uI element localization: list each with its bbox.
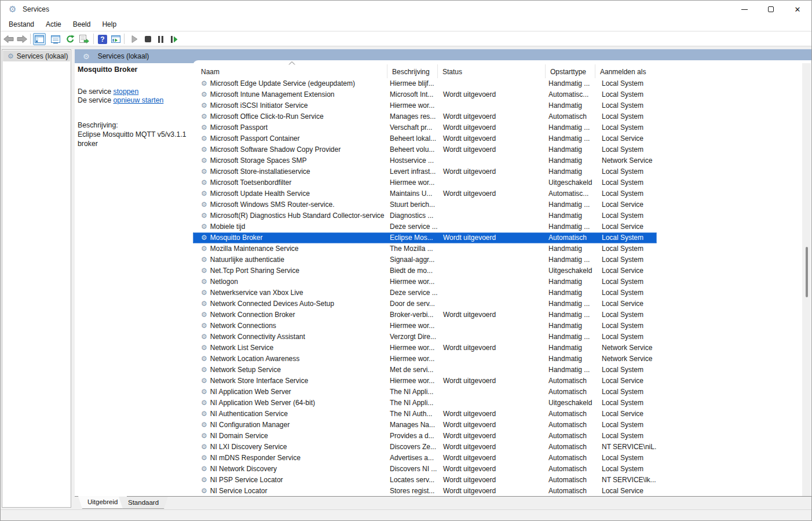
cell-status: Wordt uitgevoerd xyxy=(438,453,546,464)
table-row-ni-authentication-service[interactable]: ⚙NI Authentication ServiceThe NI Auth...… xyxy=(193,409,657,420)
tab-standaard[interactable]: Standaard xyxy=(119,497,168,509)
cell-startup-type: Handmatig ... xyxy=(546,133,595,144)
table-row-ni-application-web-server-64-bit[interactable]: ⚙NI Application Web Server (64-bit)The N… xyxy=(193,398,657,409)
cell-status: Wordt uitgevoerd xyxy=(438,409,546,420)
cell-startup-type: Handmatig xyxy=(546,354,595,365)
scrollbar-thumb[interactable] xyxy=(806,247,808,297)
table-row-microsoft-toetsenbordfilter[interactable]: ⚙Microsoft ToetsenbordfilterHiermee wor.… xyxy=(193,177,657,188)
table-row-net-tcp-port-sharing-service[interactable]: ⚙Net.Tcp Port Sharing ServiceBiedt de mo… xyxy=(193,265,657,276)
cell-startup-type: Handmatig ... xyxy=(546,78,595,89)
table-row-netwerkservice-van-xbox-live[interactable]: ⚙Netwerkservice van Xbox LiveDeze servic… xyxy=(193,287,657,298)
table-row-ni-lxi-discovery-service[interactable]: ⚙NI LXI Discovery ServiceDiscovers Ze...… xyxy=(193,442,657,453)
table-row-microsoft-storage-spaces-smp[interactable]: ⚙Microsoft Storage Spaces SMPHostservice… xyxy=(193,155,657,166)
help-icon[interactable]: ? xyxy=(96,33,109,45)
table-row-netlogon[interactable]: ⚙NetlogonHiermee wor...HandmatigLocal Sy… xyxy=(193,276,657,287)
cell-description: Hostservice ... xyxy=(387,155,438,166)
cell-description: Hiermee blijf... xyxy=(387,78,438,89)
cell-name: ⚙Microsoft Edge Update Service (edgeupda… xyxy=(196,78,387,89)
cell-logon-as: Local Service xyxy=(595,298,657,309)
stop-service-link[interactable]: stoppen xyxy=(114,88,139,96)
cell-status xyxy=(438,387,546,398)
table-row-microsoft-r-diagnostics-hub-standard-collector-service[interactable]: ⚙Microsoft(R) Diagnostics Hub Standard C… xyxy=(193,210,657,221)
maximize-icon xyxy=(768,6,774,12)
column-header-opstarttype[interactable]: Opstarttype xyxy=(546,64,595,78)
cell-description: Hiermee wor... xyxy=(387,177,438,188)
stop-service-icon[interactable] xyxy=(141,33,154,45)
properties-icon[interactable] xyxy=(49,33,62,45)
cell-status xyxy=(438,254,546,265)
table-row-ni-service-locator[interactable]: ⚙NI Service LocatorStores regist...Wordt… xyxy=(193,486,657,497)
menu-beeld[interactable]: Beeld xyxy=(67,19,97,30)
table-row-network-list-service[interactable]: ⚙Network List ServiceHiermee wor...Wordt… xyxy=(193,343,657,354)
start-service-icon[interactable] xyxy=(128,33,141,45)
table-row-network-connected-devices-auto-setup[interactable]: ⚙Network Connected Devices Auto-SetupDoo… xyxy=(193,298,657,309)
show-action-pane-icon[interactable] xyxy=(109,33,122,45)
table-row-microsoft-software-shadow-copy-provider[interactable]: ⚙Microsoft Software Shadow Copy Provider… xyxy=(193,144,657,155)
table-row-microsoft-passport-container[interactable]: ⚙Microsoft Passport ContainerBeheert lok… xyxy=(193,133,657,144)
show-console-tree-icon[interactable] xyxy=(33,33,46,45)
forward-icon[interactable] xyxy=(16,33,28,45)
cell-startup-type: Automatisc... xyxy=(546,89,595,100)
cell-startup-type: Handmatig ... xyxy=(546,331,595,343)
cell-name: ⚙Network Connections xyxy=(196,320,387,331)
table-row-ni-network-discovery[interactable]: ⚙NI Network DiscoveryDiscovers NI ...Wor… xyxy=(193,464,657,475)
cell-name: ⚙Mobiele tijd xyxy=(196,221,387,232)
table-row-ni-application-web-server[interactable]: ⚙NI Application Web ServerThe NI Appli..… xyxy=(193,387,657,398)
cell-logon-as: Local System xyxy=(595,166,657,177)
sidebar-item-services-lokaal[interactable]: ⚙ Services (lokaal) xyxy=(3,50,70,61)
table-row-mobiele-tijd[interactable]: ⚙Mobiele tijdDeze service ...Handmatig .… xyxy=(193,221,657,232)
column-header-aanmelden-als[interactable]: Aanmelden als xyxy=(595,64,657,78)
table-row-microsoft-passport[interactable]: ⚙Microsoft PassportVerschaft pr...Wordt … xyxy=(193,122,657,133)
table-row-network-store-interface-service[interactable]: ⚙Network Store Interface ServiceHiermee … xyxy=(193,376,657,387)
cell-logon-as: Local Service xyxy=(595,221,657,232)
column-header-beschrijving[interactable]: Beschrijving xyxy=(387,64,438,78)
table-row-ni-configuration-manager[interactable]: ⚙NI Configuration ManagerManages Na...Wo… xyxy=(193,420,657,431)
table-row-microsoft-office-click-to-run-service[interactable]: ⚙Microsoft Office Click-to-Run ServiceMa… xyxy=(193,111,657,122)
service-gear-icon: ⚙ xyxy=(201,399,207,407)
maximize-button[interactable] xyxy=(758,1,784,18)
table-row-ni-domain-service[interactable]: ⚙NI Domain ServiceProvides a d...Wordt u… xyxy=(193,431,657,442)
table-row-microsoft-edge-update-service-edgeupdatem[interactable]: ⚙Microsoft Edge Update Service (edgeupda… xyxy=(193,78,657,89)
table-row-microsoft-store-installatieservice[interactable]: ⚙Microsoft Store-installatieserviceLever… xyxy=(193,166,657,177)
table-row-network-connection-broker[interactable]: ⚙Network Connection BrokerBroker-verbi..… xyxy=(193,309,657,320)
restart-service-link[interactable]: opnieuw starten xyxy=(114,96,164,104)
pause-service-icon[interactable] xyxy=(154,33,167,45)
table-row-network-connections[interactable]: ⚙Network ConnectionsHiermee wor...Handma… xyxy=(193,320,657,331)
minimize-icon xyxy=(741,9,748,10)
cell-description: Stuurt berich... xyxy=(387,199,438,210)
cell-startup-type: Handmatig ... xyxy=(546,254,595,265)
export-list-icon[interactable] xyxy=(78,33,90,45)
table-row-mosquitto-broker[interactable]: ⚙Mosquitto BrokerEclipse Mos...Wordt uit… xyxy=(193,232,657,243)
cell-description: Broker-verbi... xyxy=(387,309,438,320)
table-row-ni-psp-service-locator[interactable]: ⚙NI PSP Service LocatorLocates serv...Wo… xyxy=(193,475,657,486)
cell-status xyxy=(438,331,546,343)
menu-help[interactable]: Help xyxy=(96,19,122,30)
minimize-button[interactable] xyxy=(731,1,758,18)
cell-description: The NI Appli... xyxy=(387,387,438,398)
table-row-microsoft-iscsi-initiator-service[interactable]: ⚙Microsoft iSCSI Initiator ServiceHierme… xyxy=(193,100,657,111)
cell-description: Eclipse Mos... xyxy=(387,232,438,243)
cell-status: Wordt uitgevoerd xyxy=(438,431,546,442)
table-row-ni-mdns-responder-service[interactable]: ⚙NI mDNS Responder ServiceAdvertises a..… xyxy=(193,453,657,464)
services-gear-icon: ⚙ xyxy=(83,52,90,61)
table-row-microsoft-intune-management-extension[interactable]: ⚙Microsoft Intune Management ExtensionMi… xyxy=(193,89,657,100)
close-button[interactable]: ✕ xyxy=(784,1,811,18)
restart-service-icon[interactable] xyxy=(167,33,180,45)
table-row-network-connectivity-assistant[interactable]: ⚙Network Connectivity AssistantVerzorgt … xyxy=(193,331,657,343)
cell-name: ⚙Mozilla Maintenance Service xyxy=(196,243,387,254)
column-header-naam[interactable]: Naam xyxy=(196,64,387,78)
cell-description: The Mozilla ... xyxy=(387,243,438,254)
table-row-network-setup-service[interactable]: ⚙Network Setup ServiceMet de servi...Han… xyxy=(193,365,657,376)
table-row-microsoft-windows-sms-router-service[interactable]: ⚙Microsoft Windows SMS Router-service.St… xyxy=(193,199,657,210)
menu-bestand[interactable]: Bestand xyxy=(3,19,40,30)
table-row-mozilla-maintenance-service[interactable]: ⚙Mozilla Maintenance ServiceThe Mozilla … xyxy=(193,243,657,254)
table-row-natuurlijke-authenticatie[interactable]: ⚙Natuurlijke authenticatieSignaal-aggr..… xyxy=(193,254,657,265)
table-row-microsoft-update-health-service[interactable]: ⚙Microsoft Update Health ServiceMaintain… xyxy=(193,188,657,199)
table-row-network-location-awareness[interactable]: ⚙Network Location AwarenessHiermee wor..… xyxy=(193,354,657,365)
back-icon[interactable] xyxy=(2,33,15,45)
menu-actie[interactable]: Actie xyxy=(40,19,67,30)
vertical-scrollbar[interactable] xyxy=(802,63,811,497)
refresh-icon[interactable] xyxy=(64,33,76,45)
menu-bar: BestandActieBeeldHelp xyxy=(1,18,811,31)
column-header-status[interactable]: Status xyxy=(438,64,546,78)
